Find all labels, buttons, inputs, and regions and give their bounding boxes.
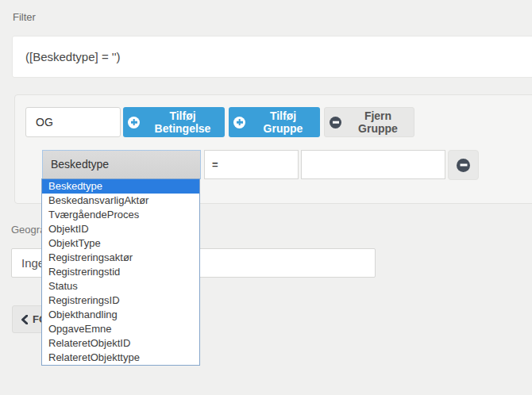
dropdown-option[interactable]: TværgåendeProces: [42, 208, 199, 222]
add-condition-button[interactable]: Tilføj Betingelse: [123, 107, 225, 137]
dropdown-option[interactable]: Registreringsaktør: [42, 251, 199, 265]
add-group-label: Tilføj Gruppe: [251, 109, 315, 135]
filter-expression-box: ([Beskedtype] = ''): [12, 36, 532, 78]
dropdown-option[interactable]: BeskedansvarligAktør: [42, 194, 199, 208]
add-group-button[interactable]: Tilføj Gruppe: [229, 107, 320, 137]
filter-section-label: Filter: [13, 11, 36, 23]
dropdown-option[interactable]: Objekthandling: [42, 308, 199, 322]
dropdown-option[interactable]: RelateretObjekttype: [42, 351, 199, 365]
group-operator-input[interactable]: [25, 107, 121, 137]
filter-builder-screen: Filter ([Beskedtype] = '') Geogra FO Til…: [0, 0, 532, 395]
plus-circle-icon: [128, 117, 140, 128]
condition-operator-select[interactable]: =: [204, 150, 299, 179]
remove-condition-button[interactable]: [448, 150, 479, 180]
minus-circle-icon: [457, 159, 470, 172]
remove-group-button[interactable]: Fjern Gruppe: [324, 107, 414, 137]
dropdown-option-selected[interactable]: Beskedtype: [42, 179, 199, 194]
dropdown-option[interactable]: Status: [42, 279, 199, 293]
add-condition-label: Tilføj Betingelse: [145, 109, 220, 135]
dropdown-option[interactable]: RelateretObjektID: [42, 336, 199, 351]
dropdown-option[interactable]: RegistreringsID: [42, 293, 199, 308]
dropdown-option[interactable]: OpgaveEmne: [42, 322, 199, 336]
filter-expression-text: ([Beskedtype] = ''): [25, 36, 121, 77]
chevron-left-icon: [21, 315, 28, 324]
condition-field-select[interactable]: Beskedtype: [42, 150, 201, 179]
geography-label: Geogra: [11, 224, 45, 236]
dropdown-option[interactable]: Registreringstid: [42, 265, 199, 279]
dropdown-option[interactable]: ObjektID: [42, 222, 199, 236]
dropdown-option[interactable]: ObjektType: [42, 236, 199, 251]
minus-circle-icon: [330, 117, 341, 128]
condition-value-input[interactable]: [301, 150, 445, 179]
plus-circle-icon: [233, 117, 245, 128]
remove-group-label: Fjern Gruppe: [347, 109, 409, 135]
field-dropdown-list: Beskedtype BeskedansvarligAktør Tværgåen…: [41, 178, 200, 366]
